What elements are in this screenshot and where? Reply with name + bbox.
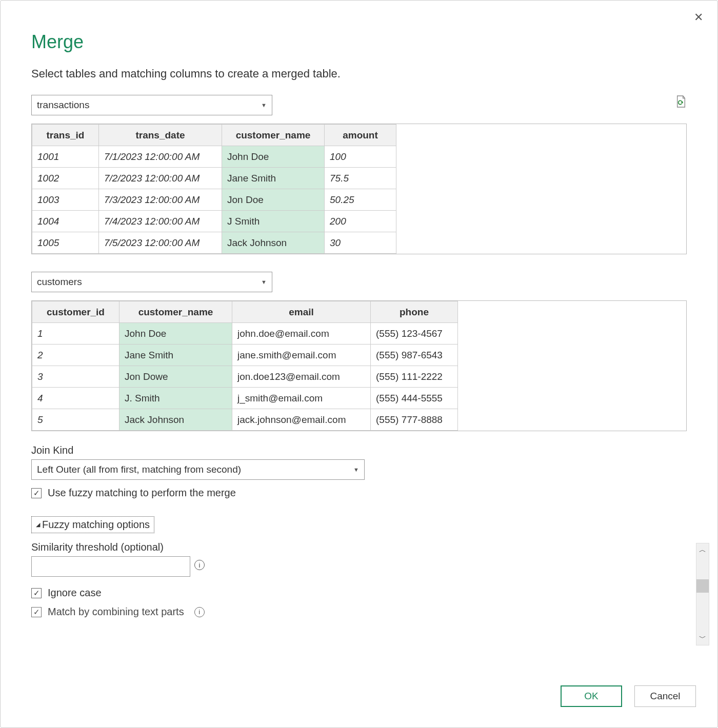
table-cell[interactable]: Jane Smith: [119, 345, 232, 366]
table-row[interactable]: 10027/2/2023 12:00:00 AMJane Smith75.5: [32, 168, 396, 189]
column-header[interactable]: trans_id: [32, 125, 99, 146]
table-cell[interactable]: 7/1/2023 12:00:00 AM: [99, 146, 222, 168]
table-row[interactable]: 1John Doejohn.doe@email.com(555) 123-456…: [32, 323, 458, 345]
table-cell[interactable]: 7/2/2023 12:00:00 AM: [99, 168, 222, 189]
refresh-icon[interactable]: [675, 95, 687, 108]
ignore-case-checkbox[interactable]: ✓: [31, 588, 42, 598]
table-cell[interactable]: J Smith: [222, 211, 325, 232]
table-cell[interactable]: (555) 444-5555: [371, 388, 458, 409]
table-row[interactable]: 10017/1/2023 12:00:00 AMJohn Doe100: [32, 146, 396, 168]
column-header[interactable]: trans_date: [99, 125, 222, 146]
table-cell[interactable]: 7/3/2023 12:00:00 AM: [99, 189, 222, 211]
table-cell[interactable]: (555) 111-2222: [371, 366, 458, 388]
table-cell[interactable]: 1: [32, 323, 119, 345]
table-b-preview[interactable]: customer_idcustomer_nameemailphone1John …: [31, 300, 687, 431]
use-fuzzy-label: Use fuzzy matching to perform the merge: [48, 487, 236, 499]
table-b-select[interactable]: customers ▼: [31, 272, 272, 292]
scroll-thumb[interactable]: [696, 579, 709, 593]
chevron-down-icon: ▼: [261, 102, 267, 108]
table-cell[interactable]: j_smith@email.com: [232, 388, 371, 409]
table-row[interactable]: 5Jack Johnsonjack.johnson@email.com(555)…: [32, 409, 458, 431]
column-header[interactable]: amount: [325, 125, 396, 146]
chevron-down-icon: ▼: [261, 279, 267, 285]
table-cell[interactable]: jack.johnson@email.com: [232, 409, 371, 431]
table-a-selected: transactions: [37, 99, 89, 111]
table-cell[interactable]: John Doe: [119, 323, 232, 345]
column-header[interactable]: email: [232, 301, 371, 323]
table-cell[interactable]: 1005: [32, 232, 99, 254]
table-cell[interactable]: (555) 123-4567: [371, 323, 458, 345]
table-cell[interactable]: 30: [325, 232, 396, 254]
scroll-down-icon[interactable]: ﹀: [699, 632, 706, 645]
table-b-selected: customers: [37, 276, 82, 288]
column-header[interactable]: phone: [371, 301, 458, 323]
table-row[interactable]: 4J. Smithj_smith@email.com(555) 444-5555: [32, 388, 458, 409]
ok-button[interactable]: OK: [561, 685, 622, 707]
merge-dialog: ✕ Merge Select tables and matching colum…: [0, 0, 718, 728]
table-a-preview[interactable]: trans_idtrans_datecustomer_nameamount100…: [31, 124, 687, 254]
table-cell[interactable]: Jack Johnson: [222, 232, 325, 254]
join-kind-label: Join Kind: [31, 444, 687, 456]
fuzzy-options-toggle[interactable]: ◢ Fuzzy matching options: [31, 516, 154, 533]
join-kind-select[interactable]: Left Outer (all from first, matching fro…: [31, 459, 365, 480]
table-cell[interactable]: 75.5: [325, 168, 396, 189]
table-cell[interactable]: 7/4/2023 12:00:00 AM: [99, 211, 222, 232]
table-cell[interactable]: 4: [32, 388, 119, 409]
table-cell[interactable]: 7/5/2023 12:00:00 AM: [99, 232, 222, 254]
table-cell[interactable]: 100: [325, 146, 396, 168]
fuzzy-options-label: Fuzzy matching options: [42, 519, 150, 531]
table-cell[interactable]: J. Smith: [119, 388, 232, 409]
triangle-down-icon: ◢: [36, 521, 40, 528]
close-icon[interactable]: ✕: [694, 11, 703, 24]
table-row[interactable]: 10047/4/2023 12:00:00 AMJ Smith200: [32, 211, 396, 232]
table-row[interactable]: 10037/3/2023 12:00:00 AMJon Doe50.25: [32, 189, 396, 211]
table-cell[interactable]: 1002: [32, 168, 99, 189]
threshold-input[interactable]: [31, 556, 190, 577]
threshold-label: Similarity threshold (optional): [31, 541, 687, 553]
dialog-subtitle: Select tables and matching columns to cr…: [31, 67, 687, 80]
table-row[interactable]: 3Jon Dowejon.doe123@email.com(555) 111-2…: [32, 366, 458, 388]
fade-overlay: [31, 640, 687, 661]
table-cell[interactable]: 50.25: [325, 189, 396, 211]
table-cell[interactable]: jane.smith@email.com: [232, 345, 371, 366]
table-cell[interactable]: John Doe: [222, 146, 325, 168]
combine-text-checkbox[interactable]: ✓: [31, 607, 42, 617]
table-cell[interactable]: jon.doe123@email.com: [232, 366, 371, 388]
column-header[interactable]: customer_name: [222, 125, 325, 146]
scroll-up-icon[interactable]: ︿: [699, 543, 706, 557]
chevron-down-icon: ▼: [353, 467, 359, 473]
table-cell[interactable]: 3: [32, 366, 119, 388]
table-cell[interactable]: john.doe@email.com: [232, 323, 371, 345]
table-a-select[interactable]: transactions ▼: [31, 95, 272, 115]
cancel-button[interactable]: Cancel: [634, 685, 696, 707]
join-kind-selected: Left Outer (all from first, matching fro…: [37, 464, 241, 475]
table-cell[interactable]: 2: [32, 345, 119, 366]
table-row[interactable]: 10057/5/2023 12:00:00 AMJack Johnson30: [32, 232, 396, 254]
info-icon[interactable]: i: [194, 560, 205, 570]
table-cell[interactable]: 200: [325, 211, 396, 232]
table-cell[interactable]: 1004: [32, 211, 99, 232]
table-cell[interactable]: Jon Dowe: [119, 366, 232, 388]
use-fuzzy-checkbox[interactable]: ✓: [31, 488, 42, 498]
options-scrollbar[interactable]: ︿ ﹀: [696, 543, 709, 645]
table-cell[interactable]: 1001: [32, 146, 99, 168]
info-icon[interactable]: i: [194, 607, 205, 617]
combine-text-label: Match by combining text parts: [48, 606, 184, 618]
table-cell[interactable]: 5: [32, 409, 119, 431]
table-cell[interactable]: 1003: [32, 189, 99, 211]
table-cell[interactable]: Jon Doe: [222, 189, 325, 211]
table-row[interactable]: 2Jane Smithjane.smith@email.com(555) 987…: [32, 345, 458, 366]
table-cell[interactable]: Jane Smith: [222, 168, 325, 189]
ignore-case-label: Ignore case: [48, 587, 102, 599]
table-cell[interactable]: Jack Johnson: [119, 409, 232, 431]
table-cell[interactable]: (555) 987-6543: [371, 345, 458, 366]
column-header[interactable]: customer_name: [119, 301, 232, 323]
column-header[interactable]: customer_id: [32, 301, 119, 323]
dialog-title: Merge: [31, 31, 687, 53]
table-cell[interactable]: (555) 777-8888: [371, 409, 458, 431]
